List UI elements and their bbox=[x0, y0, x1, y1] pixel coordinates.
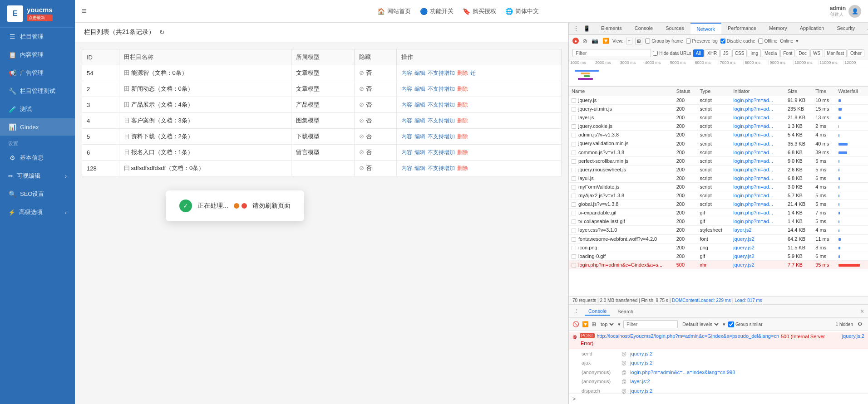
network-table-row[interactable]: layui.js 200 script login.php?m=ad... 6.… bbox=[569, 174, 868, 182]
action-button[interactable]: 内容 bbox=[401, 149, 412, 156]
tab-elements[interactable]: Elements bbox=[595, 23, 628, 34]
action-button[interactable]: 编辑 bbox=[414, 70, 425, 76]
nav-website-home[interactable]: 🏠 网站首页 bbox=[377, 7, 411, 15]
filter-btn-css[interactable]: CSS bbox=[732, 49, 747, 57]
frame-location-link[interactable]: layer.js:2 bbox=[630, 378, 650, 385]
action-button[interactable]: 删除 bbox=[457, 149, 468, 156]
frame-location-link[interactable]: jquery.js:2 bbox=[630, 387, 652, 394]
network-table-row[interactable]: tv-collapsable-last.gif 200 gif login.ph… bbox=[569, 217, 868, 226]
network-table-row[interactable]: login.php?m=admin&c=Gindex&a=s... 500 xh… bbox=[569, 260, 868, 269]
hide-data-urls-checkbox[interactable] bbox=[653, 51, 658, 56]
filter-btn-ws[interactable]: WS bbox=[810, 49, 823, 57]
level-select[interactable]: Default levels bbox=[681, 321, 720, 327]
console-error-row[interactable]: ⊗ POST http://localhost/Eyoucms2/login.p… bbox=[569, 332, 868, 349]
action-button[interactable]: 内容 bbox=[401, 117, 412, 124]
network-table-row[interactable]: jquery.mousewheel.js 200 script login.ph… bbox=[569, 165, 868, 174]
tab-console[interactable]: Console bbox=[628, 23, 659, 34]
filter-btn-other[interactable]: Other bbox=[848, 49, 864, 57]
menu-toggle-button[interactable]: ≡ bbox=[82, 6, 87, 16]
camera-button[interactable]: 📷 bbox=[591, 37, 599, 45]
console-filter-icon[interactable]: 🔽 bbox=[582, 321, 589, 327]
action-button[interactable]: 删除 bbox=[457, 102, 468, 108]
network-table-row[interactable]: jquery.cookie.js 200 script login.php?m=… bbox=[569, 122, 868, 131]
action-button[interactable]: 删除 bbox=[457, 165, 468, 171]
action-button[interactable]: 编辑 bbox=[414, 165, 425, 171]
nav-buy-license[interactable]: 🔖 购买授权 bbox=[463, 7, 496, 15]
sidebar-item-seo[interactable]: 🔍 SEO设置 bbox=[0, 185, 75, 203]
record-button[interactable]: ● bbox=[572, 38, 579, 44]
filter-btn-manifest[interactable]: Manifest bbox=[824, 49, 847, 57]
offline-label[interactable]: Offline bbox=[758, 39, 778, 44]
action-button[interactable]: 内容 bbox=[401, 165, 412, 171]
network-table-row[interactable]: jquery-ui.min.js 200 script login.php?m=… bbox=[569, 105, 868, 113]
action-button[interactable]: 内容 bbox=[401, 70, 412, 76]
network-table-row[interactable]: fontawesome-webfont.woff?v=4.2.0 200 fon… bbox=[569, 234, 868, 243]
error-file-link[interactable]: jquery.js:2 bbox=[842, 333, 864, 339]
large-view-button[interactable]: ⊞ bbox=[635, 38, 642, 44]
tab-network[interactable]: Network bbox=[690, 23, 721, 34]
network-table-row[interactable]: layer.css?v=3.1.0 200 stylesheet layer.j… bbox=[569, 226, 868, 234]
action-button[interactable]: 不支持增加 bbox=[428, 165, 455, 171]
tab-security[interactable]: Security bbox=[830, 23, 861, 34]
filter-btn-xhr[interactable]: XHR bbox=[705, 49, 720, 57]
filter-btn-font[interactable]: Font bbox=[780, 49, 795, 57]
frame-location-link[interactable]: jquery.js:2 bbox=[630, 359, 652, 367]
preserve-log-label[interactable]: Preserve log bbox=[686, 39, 718, 44]
network-table-row[interactable]: global.js?v=v1.3.8 200 script login.php?… bbox=[569, 200, 868, 209]
network-table-row[interactable]: icon.png 200 png jquery.js2 11.5 KB 8 ms bbox=[569, 243, 868, 252]
filter-btn-js[interactable]: JS bbox=[720, 49, 731, 57]
action-button[interactable]: 编辑 bbox=[414, 102, 425, 108]
filter-btn-doc[interactable]: Doc bbox=[796, 49, 809, 57]
sidebar-item-category-mgmt[interactable]: ☰ 栏目管理 bbox=[0, 28, 75, 46]
offline-checkbox[interactable] bbox=[758, 39, 763, 44]
filter-input[interactable] bbox=[572, 49, 651, 57]
devtools-device-icon[interactable]: 📱 bbox=[582, 24, 592, 34]
action-button[interactable]: 编辑 bbox=[414, 149, 425, 156]
sidebar-item-category-test[interactable]: 🔧 栏目管理测试 bbox=[0, 82, 75, 100]
hide-data-urls-label[interactable]: Hide data URLs bbox=[653, 51, 691, 56]
preserve-log-checkbox[interactable] bbox=[686, 39, 691, 44]
console-filter-input[interactable] bbox=[623, 320, 678, 328]
tab-sources[interactable]: Sources bbox=[659, 23, 690, 34]
filter-button[interactable]: 🔽 bbox=[602, 37, 610, 45]
nav-feature-switch[interactable]: 🔵 功能开关 bbox=[420, 7, 454, 15]
tab-memory[interactable]: Memory bbox=[763, 23, 794, 34]
disable-cache-label[interactable]: Disable cache bbox=[720, 39, 755, 44]
action-button[interactable]: 删除 bbox=[457, 117, 468, 124]
action-button[interactable]: 编辑 bbox=[414, 117, 425, 124]
nav-language[interactable]: 🌐 简体中文 bbox=[505, 7, 539, 15]
expand-icon[interactable]: ▾ bbox=[796, 38, 799, 44]
console-settings-icon[interactable]: ⚙ bbox=[856, 319, 864, 329]
devtools-toggle-icon[interactable]: ⋮ bbox=[572, 24, 581, 34]
tab-console-panel[interactable]: Console bbox=[585, 307, 610, 316]
network-table-row[interactable]: admin.js?v=v1.3.8 200 script login.php?m… bbox=[569, 131, 868, 139]
filter-btn-all[interactable]: All bbox=[693, 49, 704, 57]
action-button[interactable]: 删除 bbox=[457, 70, 468, 76]
sidebar-item-test[interactable]: 🧪 测试 bbox=[0, 100, 75, 118]
sidebar-item-basic-info[interactable]: ⚙ 基本信息 bbox=[0, 149, 75, 167]
network-table-row[interactable]: common.js?v=v1.3.8 200 script login.php?… bbox=[569, 148, 868, 156]
network-table-row[interactable]: jquery.js 200 script login.php?m=ad... 9… bbox=[569, 96, 868, 105]
filter-btn-media[interactable]: Media bbox=[762, 49, 779, 57]
action-button[interactable]: 内容 bbox=[401, 133, 412, 140]
action-button[interactable]: 迁 bbox=[470, 70, 476, 76]
network-table-row[interactable]: loading-0.gif 200 gif jquery.js2 5.9 KB … bbox=[569, 252, 868, 260]
sidebar-item-visual-edit[interactable]: ✏ 可视编辑 › bbox=[0, 167, 75, 185]
action-button[interactable]: 不支持增加 bbox=[428, 102, 455, 108]
action-button[interactable]: 编辑 bbox=[414, 86, 425, 92]
console-close-button[interactable]: ✕ bbox=[860, 308, 864, 315]
tab-audits[interactable]: Audits bbox=[861, 23, 868, 34]
refresh-button[interactable]: ↻ bbox=[159, 29, 165, 36]
console-input[interactable] bbox=[578, 396, 864, 402]
tab-application[interactable]: Application bbox=[794, 23, 831, 34]
context-select[interactable]: top bbox=[599, 321, 615, 327]
action-button[interactable]: 不支持增加 bbox=[428, 149, 455, 156]
clear-button[interactable]: ⊘ bbox=[582, 38, 588, 44]
action-button[interactable]: 删除 bbox=[457, 86, 468, 92]
network-table-row[interactable]: myAjax2.js?v=v1.3.8 200 script login.php… bbox=[569, 191, 868, 200]
action-button[interactable]: 不支持增加 bbox=[428, 117, 455, 124]
network-table-row[interactable]: jquery.validation.min.js 200 script logi… bbox=[569, 139, 868, 148]
disable-cache-checkbox[interactable] bbox=[720, 39, 725, 44]
filter-btn-img[interactable]: Img bbox=[748, 49, 761, 57]
tab-performance[interactable]: Performance bbox=[721, 23, 763, 34]
